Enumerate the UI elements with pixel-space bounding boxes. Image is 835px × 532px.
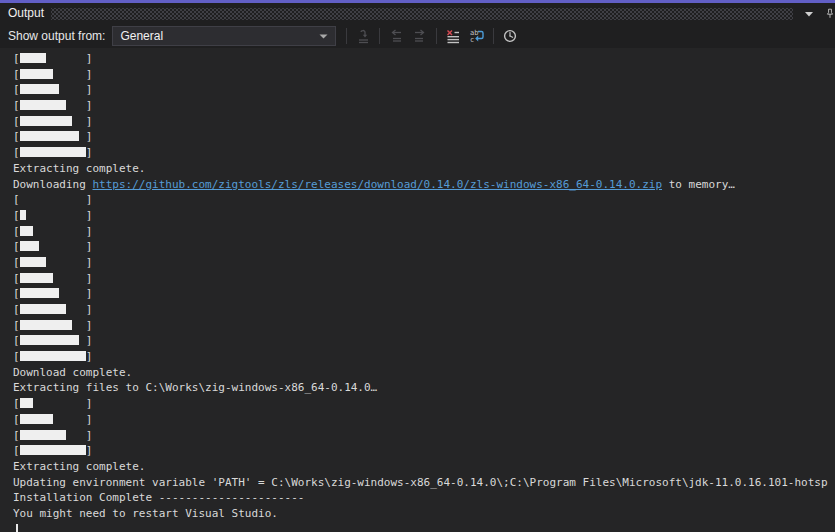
chevron-down-icon — [319, 34, 328, 39]
progress-fill — [20, 69, 53, 79]
bar-bracket-open: [ — [13, 240, 20, 253]
progress-track — [20, 131, 86, 141]
bar-bracket-close: ] — [86, 272, 93, 285]
progress-bar-line: [] — [13, 208, 835, 224]
progress-fill — [20, 226, 33, 236]
console-text: Installation Complete ------------------… — [13, 491, 304, 504]
panel-title: Output — [8, 3, 44, 24]
bar-bracket-open: [ — [13, 68, 20, 81]
bar-bracket-close: ] — [86, 130, 93, 143]
progress-fill — [20, 351, 86, 361]
clear-all-button[interactable] — [441, 26, 465, 46]
chevron-down-icon — [804, 11, 814, 17]
next-message-button[interactable] — [408, 26, 432, 46]
progress-bar-line: [] — [13, 412, 835, 428]
progress-track — [20, 116, 86, 126]
find-message-button[interactable] — [351, 26, 375, 46]
console-link-line: Downloading https://github.com/zigtools/… — [13, 177, 835, 193]
progress-fill — [20, 100, 66, 110]
bar-bracket-open: [ — [13, 99, 20, 112]
progress-fill — [20, 304, 66, 314]
progress-track — [20, 226, 86, 236]
bar-bracket-open: [ — [13, 256, 20, 269]
console-text-line: Extracting complete. — [13, 459, 835, 475]
bar-bracket-close: ] — [86, 319, 93, 332]
text-cursor — [16, 524, 18, 532]
progress-bar-line: [] — [13, 286, 835, 302]
progress-bar-line: [] — [13, 98, 835, 114]
bar-bracket-open: [ — [13, 52, 20, 65]
toolbar-separator — [379, 28, 380, 44]
previous-message-button[interactable] — [384, 26, 408, 46]
bar-bracket-open: [ — [13, 413, 20, 426]
word-wrap-glyph-c: c — [470, 36, 474, 44]
progress-track — [20, 414, 86, 424]
bar-bracket-close: ] — [86, 83, 93, 96]
progress-track — [20, 288, 86, 298]
console-text-line: Installation Complete ------------------… — [13, 490, 835, 506]
console[interactable]: [][][][][][][]Extracting complete.Downlo… — [0, 48, 835, 532]
progress-fill — [20, 131, 79, 141]
toolbar-separator — [346, 28, 347, 44]
bar-bracket-close: ] — [86, 413, 93, 426]
bar-bracket-close: ] — [86, 115, 93, 128]
bar-bracket-close: ] — [86, 193, 93, 206]
progress-bar-line: [] — [13, 114, 835, 130]
progress-fill — [20, 210, 27, 220]
titlebar-drag-grip[interactable] — [51, 8, 793, 20]
progress-bar-line: [] — [13, 192, 835, 208]
console-link[interactable]: https://github.com/zigtools/zls/releases… — [92, 178, 662, 191]
clear-all-icon — [445, 28, 461, 44]
bar-bracket-open: [ — [13, 115, 20, 128]
bar-bracket-open: [ — [13, 209, 20, 222]
progress-bar-line: [] — [13, 129, 835, 145]
show-timestamps-button[interactable] — [498, 26, 522, 46]
bar-bracket-close: ] — [86, 444, 93, 457]
console-text-line: Extracting complete. — [13, 161, 835, 177]
progress-fill — [20, 273, 53, 283]
progress-fill — [20, 147, 86, 157]
progress-fill — [20, 257, 46, 267]
auto-hide-pin-button[interactable] — [825, 6, 835, 22]
progress-track — [20, 210, 86, 220]
caret-line — [13, 522, 835, 532]
progress-track — [20, 320, 86, 330]
bar-bracket-close: ] — [86, 350, 93, 363]
progress-bar-line: [] — [13, 428, 835, 444]
bar-bracket-open: [ — [13, 287, 20, 300]
progress-bar-line: [] — [13, 271, 835, 287]
progress-track — [20, 430, 86, 440]
progress-track — [20, 304, 86, 314]
console-text: Download complete. — [13, 366, 132, 379]
console-text: to memory… — [662, 178, 735, 191]
progress-track — [20, 335, 86, 345]
bar-bracket-open: [ — [13, 130, 20, 143]
bar-bracket-open: [ — [13, 350, 20, 363]
console-text-line: Download complete. — [13, 365, 835, 381]
console-text: You might need to restart Visual Studio. — [13, 507, 278, 520]
progress-bar-line: [] — [13, 443, 835, 459]
progress-bar-line: [] — [13, 349, 835, 365]
progress-track — [20, 445, 86, 455]
progress-bar-line: [] — [13, 302, 835, 318]
console-text: Extracting complete. — [13, 460, 145, 473]
progress-track — [20, 69, 86, 79]
progress-bar-line: [] — [13, 82, 835, 98]
bar-bracket-open: [ — [13, 319, 20, 332]
bar-bracket-close: ] — [86, 429, 93, 442]
window-position-button[interactable] — [800, 6, 818, 22]
progress-fill — [20, 116, 73, 126]
progress-bar-line: [] — [13, 333, 835, 349]
console-text: Updating environment variable 'PATH' = C… — [13, 476, 828, 489]
progress-fill — [20, 398, 33, 408]
word-wrap-icon: ab c — [469, 28, 486, 44]
toolbar-separator — [493, 28, 494, 44]
word-wrap-button[interactable]: ab c — [465, 26, 489, 46]
progress-bar-line: [] — [13, 396, 835, 412]
arrow-left-icon — [388, 28, 404, 44]
progress-fill — [20, 430, 66, 440]
bar-bracket-close: ] — [86, 397, 93, 410]
pin-icon — [825, 6, 835, 21]
output-source-combobox[interactable]: General — [112, 26, 336, 46]
progress-fill — [20, 445, 86, 455]
